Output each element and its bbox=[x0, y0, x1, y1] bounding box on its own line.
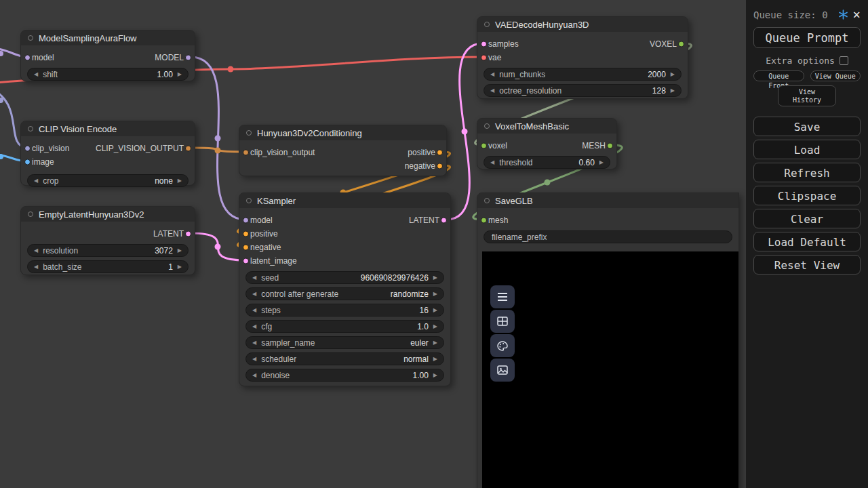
input-slot-dot[interactable] bbox=[243, 231, 249, 237]
input-slot-dot[interactable] bbox=[481, 55, 487, 61]
node-title-bar[interactable]: SaveGLB bbox=[477, 193, 738, 208]
output-slot-dot[interactable] bbox=[185, 146, 191, 152]
node-ksampler[interactable]: KSampler model LATENT positive negative bbox=[239, 192, 451, 386]
clear-button[interactable]: Clear bbox=[753, 209, 861, 228]
node-title-bar[interactable]: KSampler bbox=[239, 193, 450, 208]
crop-widget[interactable]: ◀ crop none ▶ bbox=[27, 174, 189, 187]
increment-arrow[interactable]: ▶ bbox=[433, 357, 437, 362]
increment-arrow[interactable]: ▶ bbox=[433, 275, 437, 281]
scheduler-widget[interactable]: ◀ scheduler normal ▶ bbox=[245, 352, 444, 365]
increment-arrow[interactable]: ▶ bbox=[433, 324, 437, 329]
steps-widget[interactable]: ◀ steps 16 ▶ bbox=[245, 304, 444, 317]
node-title-bar[interactable]: Hunyuan3Dv2Conditioning bbox=[239, 125, 446, 140]
decrement-arrow[interactable]: ◀ bbox=[252, 340, 256, 346]
decrement-arrow[interactable]: ◀ bbox=[252, 324, 256, 329]
node-title-bar[interactable]: ModelSamplingAuraFlow bbox=[21, 30, 195, 45]
increment-arrow[interactable]: ▶ bbox=[178, 264, 182, 270]
node-title-bar[interactable]: CLIP Vision Encode bbox=[21, 121, 195, 136]
octree-resolution-widget[interactable]: ◀ octree_resolution 128 ▶ bbox=[484, 84, 682, 97]
view-queue-button[interactable]: View Queue bbox=[810, 70, 861, 81]
increment-arrow[interactable]: ▶ bbox=[433, 340, 437, 346]
comfyui-canvas[interactable]: ModelSamplingAuraFlow model MODEL ◀ shif… bbox=[0, 0, 868, 488]
increment-arrow[interactable]: ▶ bbox=[178, 248, 182, 253]
menu-icon[interactable] bbox=[490, 285, 515, 308]
increment-arrow[interactable]: ▶ bbox=[671, 72, 675, 77]
node-save-glb[interactable]: SaveGLB mesh filename_prefix bbox=[477, 192, 739, 488]
filename-prefix-widget[interactable]: filename_prefix bbox=[484, 230, 732, 243]
input-slot-dot[interactable] bbox=[243, 258, 249, 264]
decrement-arrow[interactable]: ◀ bbox=[252, 373, 256, 378]
refresh-button[interactable]: Refresh bbox=[753, 163, 861, 182]
increment-arrow[interactable]: ▶ bbox=[433, 291, 437, 297]
increment-arrow[interactable]: ▶ bbox=[433, 308, 437, 313]
load-button[interactable]: Load bbox=[753, 140, 861, 159]
close-icon[interactable]: × bbox=[853, 8, 861, 21]
node-title-bar[interactable]: VoxelToMeshBasic bbox=[477, 119, 616, 134]
node-title-bar[interactable]: EmptyLatentHunyuan3Dv2 bbox=[21, 207, 195, 222]
input-slot-dot[interactable] bbox=[24, 159, 31, 165]
input-slot-dot[interactable] bbox=[243, 218, 249, 224]
palette-icon[interactable] bbox=[490, 334, 515, 357]
reset-view-button[interactable]: Reset View bbox=[753, 255, 861, 274]
increment-arrow[interactable]: ▶ bbox=[599, 160, 604, 165]
decrement-arrow[interactable]: ◀ bbox=[490, 72, 494, 77]
input-slot-dot[interactable] bbox=[243, 245, 249, 251]
decrement-arrow[interactable]: ◀ bbox=[252, 357, 256, 362]
decrement-arrow[interactable]: ◀ bbox=[252, 275, 256, 281]
grid-icon[interactable] bbox=[490, 310, 515, 333]
input-slot-dot[interactable] bbox=[24, 55, 31, 61]
node-vae-decode-hunyuan3d[interactable]: VAEDecodeHunyuan3D samples VOXEL vae ◀ n… bbox=[477, 16, 688, 99]
clipspace-button[interactable]: Clipspace bbox=[753, 186, 861, 205]
view-history-button[interactable]: View History bbox=[778, 85, 836, 106]
queue-prompt-button[interactable]: Queue Prompt bbox=[753, 27, 861, 48]
decrement-arrow[interactable]: ◀ bbox=[490, 160, 494, 165]
save-button[interactable]: Save bbox=[753, 117, 861, 136]
decrement-arrow[interactable]: ◀ bbox=[252, 308, 256, 313]
increment-arrow[interactable]: ▶ bbox=[178, 72, 182, 77]
batch-size-widget[interactable]: ◀ batch_size 1 ▶ bbox=[27, 260, 189, 273]
sampler-name-widget[interactable]: ◀ sampler_name euler ▶ bbox=[245, 336, 444, 349]
decrement-arrow[interactable]: ◀ bbox=[490, 88, 494, 94]
shift-widget[interactable]: ◀ shift 1.00 ▶ bbox=[27, 68, 189, 81]
node-empty-latent-hunyuan3d[interactable]: EmptyLatentHunyuan3Dv2 LATENT ◀ resoluti… bbox=[20, 206, 195, 275]
output-slot-dot[interactable] bbox=[437, 150, 443, 156]
node-voxel-to-mesh-basic[interactable]: VoxelToMeshBasic voxel MESH ◀ threshold … bbox=[477, 118, 617, 169]
increment-arrow[interactable]: ▶ bbox=[433, 373, 437, 378]
output-slot-dot[interactable] bbox=[607, 143, 613, 149]
output-slot-dot[interactable] bbox=[185, 55, 191, 61]
node-model-sampling-auraflow[interactable]: ModelSamplingAuraFlow model MODEL ◀ shif… bbox=[20, 30, 195, 81]
3d-preview-viewport[interactable] bbox=[482, 251, 738, 488]
decrement-arrow[interactable]: ◀ bbox=[34, 72, 38, 77]
control-after-generate-widget[interactable]: ◀ control after generate randomize ▶ bbox=[245, 287, 444, 300]
load-default-button[interactable]: Load Default bbox=[753, 232, 861, 251]
extra-options-checkbox[interactable] bbox=[840, 56, 848, 65]
input-slot-dot[interactable] bbox=[24, 146, 31, 152]
queue-front-button[interactable]: Queue Front bbox=[753, 70, 804, 81]
output-slot-dot[interactable] bbox=[437, 163, 443, 169]
input-slot-dot[interactable] bbox=[243, 150, 249, 156]
increment-arrow[interactable]: ▶ bbox=[178, 178, 182, 184]
seed-widget[interactable]: ◀ seed 960690829976426 ▶ bbox=[245, 271, 444, 284]
num-chunks-widget[interactable]: ◀ num_chunks 2000 ▶ bbox=[484, 68, 682, 81]
denoise-widget[interactable]: ◀ denoise 1.00 ▶ bbox=[245, 369, 444, 382]
input-slot-dot[interactable] bbox=[481, 218, 487, 224]
node-title-bar[interactable]: VAEDecodeHunyuan3D bbox=[477, 17, 688, 32]
node-hunyuan3d-conditioning[interactable]: Hunyuan3Dv2Conditioning clip_vision_outp… bbox=[239, 125, 447, 176]
decrement-arrow[interactable]: ◀ bbox=[34, 248, 38, 253]
increment-arrow[interactable]: ▶ bbox=[671, 88, 675, 94]
input-slot-dot[interactable] bbox=[481, 41, 487, 47]
snowflake-icon[interactable] bbox=[838, 9, 848, 20]
threshold-widget[interactable]: ◀ threshold 0.60 ▶ bbox=[484, 156, 610, 169]
output-slot-dot[interactable] bbox=[441, 218, 447, 224]
decrement-arrow[interactable]: ◀ bbox=[252, 291, 256, 297]
widget-label: sampler_name bbox=[261, 338, 315, 348]
input-slot-dot[interactable] bbox=[481, 143, 487, 149]
image-icon[interactable] bbox=[490, 359, 515, 382]
node-clip-vision-encode[interactable]: CLIP Vision Encode clip_vision CLIP_VISI… bbox=[20, 121, 195, 186]
decrement-arrow[interactable]: ◀ bbox=[34, 264, 38, 270]
resolution-widget[interactable]: ◀ resolution 3072 ▶ bbox=[27, 244, 189, 257]
output-slot-dot[interactable] bbox=[678, 41, 684, 47]
cfg-widget[interactable]: ◀ cfg 1.0 ▶ bbox=[245, 320, 444, 333]
decrement-arrow[interactable]: ◀ bbox=[34, 178, 38, 184]
output-slot-dot[interactable] bbox=[185, 231, 191, 237]
